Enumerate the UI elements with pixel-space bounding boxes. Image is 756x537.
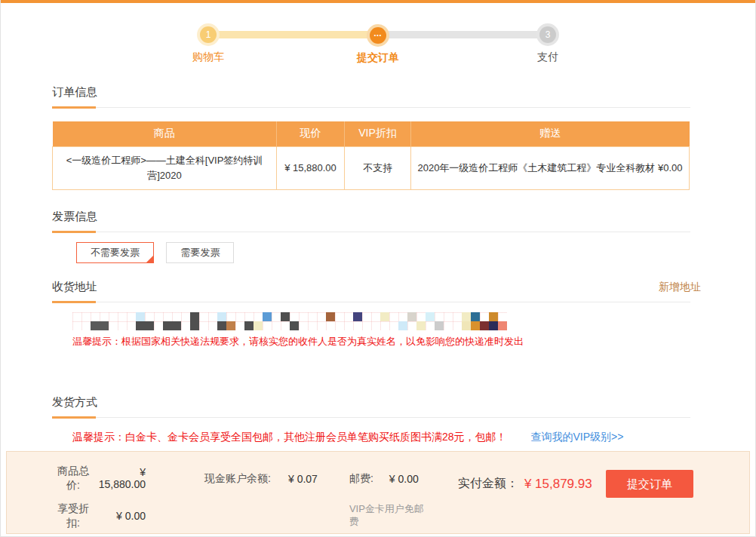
need-invoice-button[interactable]: 需要发票 bbox=[166, 242, 234, 263]
order-info-header: 订单信息 bbox=[52, 85, 690, 108]
balance-group: 现金账户余额: ¥ 0.07 bbox=[204, 471, 318, 486]
mosaic-cell bbox=[290, 321, 299, 330]
mosaic-cell bbox=[416, 321, 426, 330]
shipping-tip: 温馨提示：白金卡、金卡会员享受全国包邮，其他注册会员单笔购买纸质图书满28元，包… bbox=[72, 431, 690, 444]
checkout-stepper: 1 购物车 ••• 提交订单 3 支付 bbox=[208, 26, 548, 73]
postage-group: 邮费: ¥ 0.00 VIP金卡用户免邮费 bbox=[349, 471, 425, 528]
address-notice: 温馨提示：根据国家相关快递法规要求，请核实您的收件人是否为真实姓名，以免影响您的… bbox=[72, 335, 690, 348]
order-table-row: <一级造价工程师>——土建全科[VIP签约特训营]2020 ¥ 15,880.0… bbox=[53, 146, 690, 189]
postage-label: 邮费: bbox=[349, 471, 373, 486]
mosaic-cell bbox=[380, 312, 389, 321]
mosaic-cell bbox=[326, 312, 335, 321]
mosaic-cell bbox=[471, 312, 480, 321]
cell-vip-discount: 不支持 bbox=[345, 146, 411, 189]
step-submit-order: ••• 提交订单 bbox=[333, 26, 423, 65]
mosaic-cell bbox=[398, 321, 407, 330]
mosaic-cell bbox=[498, 321, 507, 330]
totals-group: 商品总价: ¥ 15,880.00 享受折扣: ¥ 0.00 bbox=[54, 464, 147, 537]
mosaic-cell bbox=[480, 321, 489, 330]
discount-label: 享受折扣: bbox=[54, 502, 93, 530]
discount-row: 享受折扣: ¥ 0.00 bbox=[54, 502, 147, 530]
postage-row: 邮费: ¥ 0.00 bbox=[349, 471, 425, 486]
submit-order-button[interactable]: 提交订单 bbox=[606, 470, 693, 498]
ellipsis-icon: ••• bbox=[370, 27, 386, 44]
add-address-link[interactable]: 新增地址 bbox=[659, 281, 701, 294]
order-info-title: 订单信息 bbox=[52, 85, 97, 98]
mosaic-cell bbox=[489, 312, 498, 321]
order-table: 商品 现价 VIP折扣 赠送 <一级造价工程师>——土建全科[VIP签约特训营]… bbox=[52, 121, 690, 190]
total-label: 商品总价: bbox=[54, 464, 93, 493]
payable-group: 实付金额： ¥ 15,879.93 提交订单 bbox=[458, 470, 693, 498]
address-header: 收货地址 新增地址 bbox=[52, 280, 690, 302]
mosaic-cell bbox=[100, 321, 109, 330]
mosaic-cell bbox=[435, 321, 444, 330]
step-3-label: 支付 bbox=[502, 51, 593, 64]
step-1-label: 购物车 bbox=[163, 51, 254, 64]
col-gift: 赠送 bbox=[411, 121, 690, 146]
mosaic-cell bbox=[136, 312, 145, 321]
col-price: 现价 bbox=[277, 121, 345, 146]
address-mosaic[interactable] bbox=[72, 312, 507, 330]
cell-price: ¥ 15,880.00 bbox=[277, 146, 345, 189]
mosaic-cell bbox=[462, 321, 471, 330]
cell-gift: 2020年一级造价工程师《土木建筑工程》专业全科教材 ¥0.00 bbox=[411, 146, 690, 189]
step-2-label: 提交订单 bbox=[333, 51, 423, 65]
mosaic-cell bbox=[281, 312, 290, 321]
col-product: 商品 bbox=[53, 121, 277, 146]
total-value: ¥ 15,880.00 bbox=[93, 466, 146, 490]
page: 1 购物车 ••• 提交订单 3 支付 订单信息 商品 现价 VIP折扣 赠送 … bbox=[0, 0, 756, 537]
cell-product: <一级造价工程师>——土建全科[VIP签约特训营]2020 bbox=[53, 146, 277, 189]
no-invoice-button[interactable]: 不需要发票 bbox=[76, 242, 154, 263]
top-accent-bar bbox=[1, 0, 755, 3]
col-vip-discount: VIP折扣 bbox=[345, 121, 411, 146]
mosaic-cell bbox=[172, 321, 181, 330]
step-3-circle: 3 bbox=[539, 26, 556, 43]
mosaic-cell bbox=[190, 312, 199, 321]
mosaic-cell bbox=[263, 312, 272, 321]
discount-value: ¥ 0.00 bbox=[93, 510, 146, 522]
mosaic-cell bbox=[91, 321, 100, 330]
step-1-circle: 1 bbox=[200, 26, 217, 43]
payable-label: 实付金额： bbox=[458, 476, 518, 492]
mosaic-cell bbox=[254, 321, 263, 330]
mosaic-cell bbox=[217, 321, 226, 330]
shipping-title: 发货方式 bbox=[52, 395, 97, 408]
order-table-header-row: 商品 现价 VIP折扣 赠送 bbox=[53, 121, 690, 146]
step-cart: 1 购物车 bbox=[163, 26, 254, 64]
step-pay: 3 支付 bbox=[502, 26, 593, 64]
mosaic-cell bbox=[217, 312, 226, 321]
invoice-options: 不需要发票 需要发票 bbox=[76, 242, 690, 263]
mosaic-cell bbox=[190, 321, 199, 330]
mosaic-cell bbox=[244, 321, 254, 330]
shipping-tip-red: 温馨提示：白金卡、金卡会员享受全国包邮，其他注册会员单笔购买纸质图书满28元，包… bbox=[72, 431, 507, 443]
postage-note: VIP金卡用户免邮费 bbox=[349, 502, 425, 528]
total-row: 商品总价: ¥ 15,880.00 bbox=[54, 464, 147, 493]
mosaic-cell bbox=[136, 321, 145, 330]
invoice-header: 发票信息 bbox=[52, 210, 690, 232]
address-title: 收货地址 bbox=[52, 280, 97, 293]
mosaic-cell bbox=[462, 312, 471, 321]
mosaic-cell bbox=[145, 321, 154, 330]
payable-value: ¥ 15,879.93 bbox=[524, 477, 592, 492]
balance-value: ¥ 0.07 bbox=[271, 473, 318, 485]
mosaic-cell bbox=[471, 321, 480, 330]
shipping-header: 发货方式 bbox=[52, 395, 690, 418]
mosaic-cell bbox=[353, 312, 362, 321]
mosaic-cell bbox=[226, 321, 235, 330]
invoice-title: 发票信息 bbox=[52, 210, 97, 222]
mosaic-cell bbox=[407, 312, 416, 321]
mosaic-cell bbox=[426, 312, 435, 321]
mosaic-cell bbox=[163, 321, 172, 330]
postage-value: ¥ 0.00 bbox=[373, 473, 419, 485]
vip-level-link[interactable]: 查询我的VIP级别>> bbox=[530, 431, 623, 443]
balance-label: 现金账户余额: bbox=[204, 471, 271, 486]
summary-bar: 商品总价: ¥ 15,880.00 享受折扣: ¥ 0.00 现金账户余额: ¥… bbox=[6, 451, 750, 534]
mosaic-cell bbox=[489, 321, 498, 330]
